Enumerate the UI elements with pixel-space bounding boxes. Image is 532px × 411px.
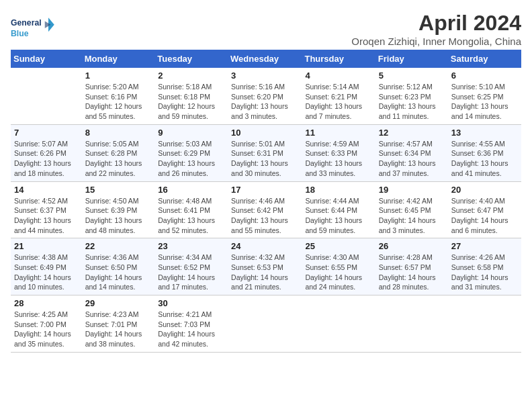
calendar-cell: 14Sunrise: 4:52 AMSunset: 6:37 PMDayligh…	[11, 181, 82, 238]
calendar-cell: 19Sunrise: 4:42 AMSunset: 6:45 PMDayligh…	[375, 181, 448, 238]
calendar-cell: 12Sunrise: 4:57 AMSunset: 6:34 PMDayligh…	[375, 124, 448, 181]
day-number: 23	[158, 241, 224, 251]
day-info: Sunrise: 4:59 AMSunset: 6:33 PMDaylight:…	[305, 139, 371, 179]
title-block: April 2024 Oroqen Zizhiqi, Inner Mongoli…	[351, 11, 521, 47]
day-info: Sunrise: 4:42 AMSunset: 6:45 PMDaylight:…	[379, 196, 445, 236]
header-monday: Monday	[82, 50, 155, 68]
header-wednesday: Wednesday	[228, 50, 302, 68]
day-number: 15	[85, 185, 152, 195]
day-number: 21	[14, 241, 79, 251]
calendar-cell: 20Sunrise: 4:40 AMSunset: 6:47 PMDayligh…	[448, 181, 521, 238]
calendar-week-4: 21Sunrise: 4:38 AMSunset: 6:49 PMDayligh…	[11, 238, 521, 295]
calendar-cell: 2Sunrise: 5:18 AMSunset: 6:18 PMDaylight…	[154, 68, 228, 124]
day-number: 19	[379, 185, 445, 195]
day-info: Sunrise: 4:25 AMSunset: 7:00 PMDaylight:…	[14, 310, 79, 349]
calendar-cell: 23Sunrise: 4:34 AMSunset: 6:52 PMDayligh…	[154, 238, 228, 295]
calendar-cell: 25Sunrise: 4:30 AMSunset: 6:55 PMDayligh…	[302, 238, 375, 295]
calendar-cell: 28Sunrise: 4:25 AMSunset: 7:00 PMDayligh…	[11, 295, 82, 353]
day-info: Sunrise: 5:10 AMSunset: 6:25 PMDaylight:…	[451, 82, 518, 122]
day-number: 30	[158, 298, 224, 308]
header-tuesday: Tuesday	[154, 50, 228, 68]
day-number: 13	[451, 128, 518, 138]
day-info: Sunrise: 5:16 AMSunset: 6:20 PMDaylight:…	[231, 82, 298, 122]
day-number: 29	[85, 298, 152, 308]
calendar-cell: 24Sunrise: 4:32 AMSunset: 6:53 PMDayligh…	[228, 238, 302, 295]
calendar-cell: 21Sunrise: 4:38 AMSunset: 6:49 PMDayligh…	[11, 238, 82, 295]
calendar-cell: 15Sunrise: 4:50 AMSunset: 6:39 PMDayligh…	[82, 181, 155, 238]
calendar-cell: 11Sunrise: 4:59 AMSunset: 6:33 PMDayligh…	[302, 124, 375, 181]
day-number: 14	[14, 185, 79, 195]
day-info: Sunrise: 4:34 AMSunset: 6:52 PMDaylight:…	[158, 253, 224, 292]
calendar-cell: 6Sunrise: 5:10 AMSunset: 6:25 PMDaylight…	[448, 68, 521, 124]
calendar-header: SundayMondayTuesdayWednesdayThursdayFrid…	[11, 50, 521, 68]
day-info: Sunrise: 4:21 AMSunset: 7:03 PMDaylight:…	[158, 310, 224, 349]
calendar-cell: 27Sunrise: 4:26 AMSunset: 6:58 PMDayligh…	[448, 238, 521, 295]
calendar-cell: 8Sunrise: 5:05 AMSunset: 6:28 PMDaylight…	[82, 124, 155, 181]
day-number: 5	[379, 71, 445, 81]
calendar-cell: 4Sunrise: 5:14 AMSunset: 6:21 PMDaylight…	[302, 68, 375, 124]
day-info: Sunrise: 4:26 AMSunset: 6:58 PMDaylight:…	[451, 253, 518, 292]
day-number: 11	[305, 128, 371, 138]
day-number: 9	[158, 128, 224, 138]
day-number: 17	[231, 185, 298, 195]
calendar-cell: 30Sunrise: 4:21 AMSunset: 7:03 PMDayligh…	[154, 295, 228, 353]
calendar-cell	[375, 295, 448, 353]
day-info: Sunrise: 4:52 AMSunset: 6:37 PMDaylight:…	[14, 196, 79, 236]
day-number: 22	[85, 241, 152, 251]
day-info: Sunrise: 4:46 AMSunset: 6:42 PMDaylight:…	[231, 196, 298, 236]
day-number: 8	[85, 128, 152, 138]
day-info: Sunrise: 5:20 AMSunset: 6:16 PMDaylight:…	[85, 82, 152, 122]
day-number: 18	[305, 185, 371, 195]
calendar-table: SundayMondayTuesdayWednesdayThursdayFrid…	[11, 50, 521, 353]
day-info: Sunrise: 5:14 AMSunset: 6:21 PMDaylight:…	[305, 82, 371, 122]
day-number: 27	[451, 241, 518, 251]
logo: General Blue	[11, 11, 58, 44]
day-info: Sunrise: 5:01 AMSunset: 6:31 PMDaylight:…	[231, 139, 298, 179]
calendar-cell: 3Sunrise: 5:16 AMSunset: 6:20 PMDaylight…	[228, 68, 302, 124]
header-sunday: Sunday	[11, 50, 82, 68]
calendar-week-5: 28Sunrise: 4:25 AMSunset: 7:00 PMDayligh…	[11, 295, 521, 353]
calendar-cell: 29Sunrise: 4:23 AMSunset: 7:01 PMDayligh…	[82, 295, 155, 353]
day-info: Sunrise: 4:23 AMSunset: 7:01 PMDaylight:…	[85, 310, 152, 349]
calendar-cell: 13Sunrise: 4:55 AMSunset: 6:36 PMDayligh…	[448, 124, 521, 181]
header-row: SundayMondayTuesdayWednesdayThursdayFrid…	[11, 50, 521, 68]
logo-svg: General Blue	[11, 11, 58, 44]
day-info: Sunrise: 5:12 AMSunset: 6:23 PMDaylight:…	[379, 82, 445, 122]
calendar-week-1: 1Sunrise: 5:20 AMSunset: 6:16 PMDaylight…	[11, 68, 521, 124]
calendar-cell: 22Sunrise: 4:36 AMSunset: 6:50 PMDayligh…	[82, 238, 155, 295]
calendar-cell: 1Sunrise: 5:20 AMSunset: 6:16 PMDaylight…	[82, 68, 155, 124]
day-number: 16	[158, 185, 224, 195]
header-thursday: Thursday	[302, 50, 375, 68]
day-number: 28	[14, 298, 79, 308]
calendar-cell: 16Sunrise: 4:48 AMSunset: 6:41 PMDayligh…	[154, 181, 228, 238]
calendar-cell: 5Sunrise: 5:12 AMSunset: 6:23 PMDaylight…	[375, 68, 448, 124]
calendar-week-3: 14Sunrise: 4:52 AMSunset: 6:37 PMDayligh…	[11, 181, 521, 238]
day-info: Sunrise: 4:36 AMSunset: 6:50 PMDaylight:…	[85, 253, 152, 292]
day-number: 3	[231, 71, 298, 81]
day-info: Sunrise: 5:07 AMSunset: 6:26 PMDaylight:…	[14, 139, 79, 179]
header-friday: Friday	[375, 50, 448, 68]
day-info: Sunrise: 4:57 AMSunset: 6:34 PMDaylight:…	[379, 139, 445, 179]
header-saturday: Saturday	[448, 50, 521, 68]
calendar-cell: 9Sunrise: 5:03 AMSunset: 6:29 PMDaylight…	[154, 124, 228, 181]
day-info: Sunrise: 4:55 AMSunset: 6:36 PMDaylight:…	[451, 139, 518, 179]
svg-text:Blue: Blue	[11, 29, 29, 38]
calendar-cell: 10Sunrise: 5:01 AMSunset: 6:31 PMDayligh…	[228, 124, 302, 181]
day-info: Sunrise: 4:38 AMSunset: 6:49 PMDaylight:…	[14, 253, 79, 292]
day-number: 20	[451, 185, 518, 195]
day-number: 4	[305, 71, 371, 81]
subtitle: Oroqen Zizhiqi, Inner Mongolia, China	[351, 36, 521, 47]
calendar-cell: 17Sunrise: 4:46 AMSunset: 6:42 PMDayligh…	[228, 181, 302, 238]
calendar-cell: 26Sunrise: 4:28 AMSunset: 6:57 PMDayligh…	[375, 238, 448, 295]
day-number: 7	[14, 128, 79, 138]
day-number: 6	[451, 71, 518, 81]
calendar-cell	[448, 295, 521, 353]
day-info: Sunrise: 4:28 AMSunset: 6:57 PMDaylight:…	[379, 253, 445, 292]
calendar-week-2: 7Sunrise: 5:07 AMSunset: 6:26 PMDaylight…	[11, 124, 521, 181]
day-number: 12	[379, 128, 445, 138]
day-info: Sunrise: 4:44 AMSunset: 6:44 PMDaylight:…	[305, 196, 371, 236]
calendar-cell	[302, 295, 375, 353]
day-info: Sunrise: 5:05 AMSunset: 6:28 PMDaylight:…	[85, 139, 152, 179]
day-info: Sunrise: 4:32 AMSunset: 6:53 PMDaylight:…	[231, 253, 298, 292]
svg-text:General: General	[11, 18, 42, 28]
